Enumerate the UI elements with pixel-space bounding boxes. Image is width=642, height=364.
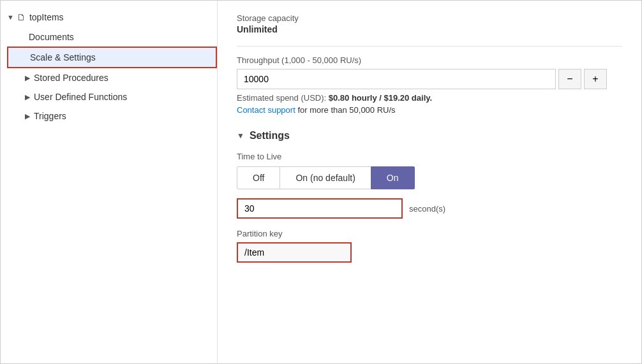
stored-procedures-label: Stored Procedures bbox=[34, 73, 108, 83]
ttl-buttons-group: Off On (no default) On bbox=[237, 166, 622, 189]
triggers-label: Triggers bbox=[34, 111, 66, 121]
sidebar-toplevel-label: topItems bbox=[29, 12, 64, 22]
sidebar-item-scale-settings[interactable]: Scale & Settings bbox=[7, 47, 217, 68]
settings-section: ▼ Settings Time to Live Off On (no defau… bbox=[237, 130, 622, 263]
sidebar-item-stored-procedures[interactable]: ▶ Stored Procedures bbox=[7, 68, 217, 87]
udf-label: User Defined Functions bbox=[34, 92, 127, 102]
settings-chevron-icon: ▼ bbox=[237, 131, 244, 140]
documents-label: Documents bbox=[29, 32, 74, 42]
storage-capacity-label: Storage capacity bbox=[237, 13, 622, 23]
storage-capacity-value: Unlimited bbox=[237, 24, 622, 34]
chevron-down-icon: ▼ bbox=[7, 13, 14, 21]
contact-support-link[interactable]: Contact support bbox=[237, 105, 295, 115]
ttl-value-row: second(s) bbox=[237, 198, 622, 219]
throughput-input[interactable] bbox=[237, 69, 556, 89]
settings-header: ▼ Settings bbox=[237, 130, 622, 142]
partition-key-label: Partition key bbox=[237, 229, 622, 238]
sidebar-item-documents[interactable]: Documents bbox=[7, 27, 217, 47]
sidebar-item-user-defined-functions[interactable]: ▶ User Defined Functions bbox=[7, 87, 217, 106]
ttl-on-button[interactable]: On bbox=[371, 166, 415, 189]
settings-header-label: Settings bbox=[250, 130, 290, 142]
partition-key-section: Partition key bbox=[237, 229, 622, 263]
contact-support-row: Contact support for more than 50,000 RU/… bbox=[237, 105, 622, 115]
partition-key-input[interactable] bbox=[237, 242, 352, 263]
sidebar-subitems: Documents Scale & Settings ▶ Stored Proc… bbox=[1, 27, 217, 126]
estimated-spend-prefix: Estimated spend (USD): bbox=[237, 93, 329, 103]
throughput-row: − + bbox=[237, 69, 622, 89]
sidebar-item-triggers[interactable]: ▶ Triggers bbox=[7, 106, 217, 126]
collection-icon: 🗋 bbox=[17, 12, 26, 22]
throughput-section: Throughput (1,000 - 50,000 RU/s) − + Est… bbox=[237, 55, 622, 115]
ttl-off-button[interactable]: Off bbox=[237, 166, 280, 189]
scale-settings-label: Scale & Settings bbox=[30, 52, 96, 62]
ttl-label: Time to Live bbox=[237, 152, 622, 161]
throughput-increment-button[interactable]: + bbox=[584, 69, 607, 89]
storage-capacity-section: Storage capacity Unlimited bbox=[237, 13, 622, 34]
ttl-seconds-label: second(s) bbox=[409, 204, 445, 214]
ttl-section: Time to Live Off On (no default) On seco… bbox=[237, 152, 622, 219]
stored-procedures-chevron: ▶ bbox=[25, 74, 30, 82]
triggers-chevron: ▶ bbox=[25, 112, 30, 120]
ttl-on-no-default-button[interactable]: On (no default) bbox=[280, 166, 370, 189]
estimated-spend-bold: $0.80 hourly / $19.20 daily. bbox=[329, 93, 432, 103]
main-content: Storage capacity Unlimited Throughput (1… bbox=[218, 1, 641, 363]
throughput-label: Throughput (1,000 - 50,000 RU/s) bbox=[237, 55, 622, 65]
contact-support-suffix: for more than 50,000 RU/s bbox=[295, 105, 396, 115]
ttl-value-input[interactable] bbox=[237, 198, 403, 219]
sidebar: ▼ 🗋 topItems Documents Scale & Settings … bbox=[1, 1, 218, 363]
sidebar-toplevel-topitems[interactable]: ▼ 🗋 topItems bbox=[1, 7, 217, 27]
divider-1 bbox=[237, 46, 622, 47]
estimated-spend: Estimated spend (USD): $0.80 hourly / $1… bbox=[237, 93, 622, 103]
throughput-decrement-button[interactable]: − bbox=[558, 69, 581, 89]
udf-chevron: ▶ bbox=[25, 93, 30, 101]
